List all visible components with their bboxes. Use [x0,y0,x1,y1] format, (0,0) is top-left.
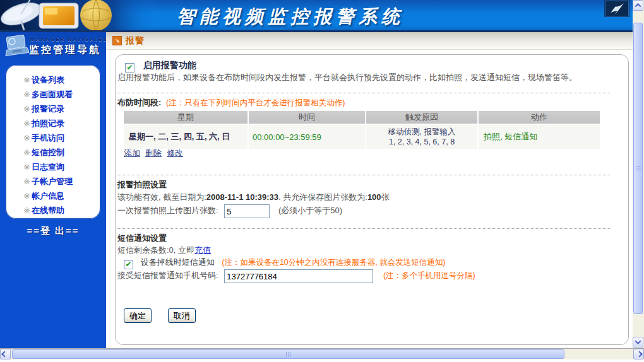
cell-time: 00:00:00~23:59:59 [249,125,366,149]
asterisk-bullet-icon: ※ [23,191,30,201]
phone-number-row: 接受短信报警通知手机号码: (注：多个手机用逗号分隔) [117,269,475,283]
sidebar-item-account-info[interactable]: ※帐户信息 [6,189,100,203]
recharge-link[interactable]: 充值 [194,245,211,255]
sidebar-item-device-list[interactable]: ※设备列表 [6,73,100,87]
asterisk-bullet-icon: ※ [23,148,30,157]
sidebar-item-label: 手机访问 [32,133,64,143]
laptop-icon [4,35,29,57]
form-buttons-row: 确定 取消 [124,308,196,323]
sms-balance-row: 短信剩余条数:0, 立即充值 [117,245,211,256]
chevron-up-icon [635,3,641,9]
allowed-photo-count: 100 [367,192,381,202]
monitor-icon [39,3,78,28]
offline-sms-checkbox[interactable]: ✔ [124,260,133,269]
upload-count-note: (必须小于等于50) [278,206,342,215]
main-content: ↘ 报警 ✔ 启用报警功能 启用报警功能后，如果设备在布防时间段内发生报警，平台… [106,32,633,348]
phone-number-label: 接受短信报警通知手机号码: [117,271,218,280]
thumb-grip-icon [636,166,641,171]
satellite-dish-artwork [0,0,158,30]
page-header-bar: ↘ 报警 [106,32,633,50]
check-icon: ✔ [126,63,133,72]
validity-date: 2008-11-1 10:39:33 [206,192,278,202]
sidebar-header: MANAGER NAVIGATES 监控管理导航 [0,32,106,62]
enable-alarm-label: 启用报警功能 [143,60,196,70]
cell-week: 星期一, 二, 三, 四, 五, 六, 日 [124,125,249,149]
sms-settings-heading: 短信通知设置 [117,233,167,244]
chevron-down-icon [635,338,641,344]
schedule-table-header: 星期 时间 触发原因 动作 [124,111,600,124]
asterisk-bullet-icon: ※ [23,133,30,143]
alarm-section-icon: ↘ [112,36,122,45]
top-banner: 智能视频监控报警系统 [0,0,633,30]
column-header-trigger: 触发原因 [366,111,479,124]
sidebar-item-alarm-records[interactable]: ※报警记录 [6,102,100,116]
cancel-button[interactable]: 取消 [168,308,196,323]
separator [117,175,610,175]
sidebar-item-label: 帐户信息 [32,191,64,201]
sidebar-item-label: 多画面观看 [32,90,73,99]
scroll-left-button[interactable] [0,349,11,359]
sidebar-item-subaccount-management[interactable]: ※子帐户管理 [6,174,100,189]
asterisk-bullet-icon: ※ [23,75,30,85]
phone-number-input[interactable] [224,269,373,283]
enable-alarm-row: ✔ 启用报警功能 [125,60,196,73]
sidebar-item-label: 日志查询 [32,162,64,172]
asterisk-bullet-icon: ※ [23,162,30,172]
sidebar-item-label: 在线帮助 [32,206,64,215]
horizontal-scrollbar[interactable] [0,348,644,359]
schedule-table-row[interactable]: 星期一, 二, 三, 四, 五, 六, 日 00:00:00~23:59:59 … [124,125,600,149]
sidebar-item-label: 短信控制 [32,148,64,157]
sidebar-item-mobile-access[interactable]: ※手机访问 [6,131,100,145]
globe-icon [80,0,112,30]
schedule-heading-row: 布防时间段: (注：只有在下列时间内平台才会进行报警相关动作) [117,97,345,108]
asterisk-bullet-icon: ※ [23,206,30,215]
schedule-note: (注：只有在下列时间内平台才会进行报警相关动作) [166,98,345,107]
asterisk-bullet-icon: ※ [23,177,30,186]
column-header-action: 动作 [479,111,600,124]
sidebar-item-label: 设备列表 [32,75,64,85]
add-link[interactable]: 添加 [124,148,140,158]
thumb-grip-icon [286,352,291,357]
sidebar-item-label: 子帐户管理 [32,177,73,186]
page-title: 报警 [126,35,145,47]
horizontal-scrollbar-thumb[interactable] [12,349,564,359]
column-header-time: 时间 [249,111,366,124]
vertical-scrollbar-thumb[interactable] [633,23,643,314]
check-icon: ✔ [125,260,131,269]
sidebar-item-log-query[interactable]: ※日志查询 [6,160,100,174]
enable-alarm-description: 启用报警功能后，如果设备在布防时间段内发生报警，平台就会执行预先设置的动作，比如… [117,72,577,83]
asterisk-bullet-icon: ※ [23,90,30,99]
separator [117,228,610,229]
ok-button[interactable]: 确定 [124,308,152,323]
sidebar-menu: ※设备列表 ※多画面观看 ※报警记录 ※拍照记录 ※手机访问 ※短信控制 ※日志… [6,65,100,219]
offline-sms-note: (注：如果设备在10分钟之内没有连接服务器, 就会发送短信通知) [222,258,445,267]
logout-button[interactable]: ==登 出== [0,225,106,237]
scroll-up-button[interactable] [633,0,643,11]
upload-count-label: 一次报警拍照上传图片张数: [117,206,218,215]
sidebar-item-multi-view[interactable]: ※多画面观看 [6,87,100,102]
offline-sms-label: 设备掉线时短信通知 [141,257,215,267]
asterisk-bullet-icon: ※ [23,119,30,128]
chevron-left-icon [1,351,8,358]
enable-alarm-checkbox[interactable]: ✔ [125,63,134,73]
sidebar-item-photo-records[interactable]: ※拍照记录 [6,116,100,131]
swallow-logo-icon[interactable] [605,1,629,16]
cell-trigger: 移动侦测, 报警输入 1, 2, 3, 4, 5, 6, 7, 8 [366,125,479,149]
vertical-scrollbar[interactable] [633,0,644,348]
scroll-down-button[interactable] [633,337,643,347]
delete-link[interactable]: 删除 [145,148,162,158]
scroll-right-button[interactable] [633,349,644,359]
column-header-week: 星期 [124,111,249,124]
upload-count-input[interactable] [224,204,270,218]
sidebar-item-sms-control[interactable]: ※短信控制 [6,145,100,160]
schedule-table: 星期 时间 触发原因 动作 星期一, 二, 三, 四, 五, 六, 日 00:0… [124,111,600,149]
separator [117,93,610,93]
upload-count-row: 一次报警拍照上传图片张数: (必须小于等于50) [117,204,342,218]
chevron-right-icon [636,351,643,358]
sidebar-item-label: 报警记录 [32,104,64,114]
brand-title: 监控管理导航 [29,44,101,57]
modify-link[interactable]: 修改 [167,148,183,158]
offline-sms-row: ✔ 设备掉线时短信通知 (注：如果设备在10分钟之内没有连接服务器, 就会发送短… [124,257,445,269]
asterisk-bullet-icon: ※ [23,104,30,114]
sidebar-item-online-help[interactable]: ※在线帮助 [6,203,100,218]
